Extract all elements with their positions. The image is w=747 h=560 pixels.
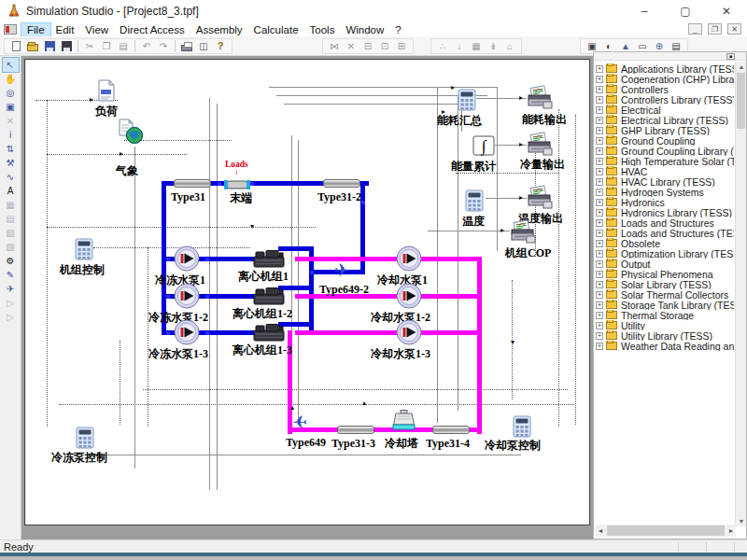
home-icon[interactable]: ⌂ [502, 39, 517, 53]
component-cw-pump-1[interactable] [396, 245, 422, 275]
layout-tool-2[interactable]: ▤ [3, 212, 19, 226]
copy-icon[interactable]: ❐ [99, 39, 114, 53]
expand-icon[interactable]: + [596, 106, 603, 114]
play-tool-2[interactable]: ▷ [3, 310, 19, 324]
component-type649-2[interactable]: ✈ [334, 261, 349, 279]
tree-item-electrical-library-tess-[interactable]: +Electrical Library (TESS) [596, 115, 734, 125]
redo-icon[interactable]: ↷ [156, 39, 171, 53]
tree-item-controllers[interactable]: +Controllers [596, 84, 734, 94]
draw-tool[interactable]: ✎ [3, 268, 19, 282]
component-unit-cop[interactable] [510, 219, 536, 247]
expand-icon[interactable]: + [596, 301, 603, 309]
tile-vertical-icon[interactable]: ⊡ [377, 39, 392, 53]
component-type31-2[interactable] [323, 179, 360, 188]
panel-header[interactable]: ■ [594, 52, 746, 61]
mdi-restore-button[interactable]: ❐ [708, 23, 722, 35]
maximize-button[interactable]: ▢ [665, 0, 706, 22]
component-cooling-output[interactable] [527, 132, 553, 160]
component-temperature-output[interactable] [527, 185, 553, 213]
expand-icon[interactable]: + [596, 332, 603, 340]
expand-icon[interactable]: + [596, 230, 603, 237]
close-button[interactable]: ✕ [706, 0, 747, 22]
scroll-thumb-horizontal[interactable] [607, 525, 725, 536]
expand-icon[interactable]: + [596, 65, 603, 73]
scroll-right-icon[interactable]: ▸ [726, 526, 736, 535]
component-unit-control[interactable] [75, 238, 93, 264]
tree-item-electrical[interactable]: +Electrical [596, 105, 734, 115]
info-tool[interactable]: i [3, 128, 19, 142]
component-energy-accumulator[interactable]: ∫ [472, 135, 495, 160]
expand-icon[interactable]: + [596, 76, 603, 83]
expand-icon[interactable]: + [596, 281, 603, 288]
expand-icon[interactable]: + [596, 158, 603, 165]
menu-item-help[interactable]: ? [389, 23, 406, 36]
print-icon[interactable] [179, 39, 194, 53]
tree-item-obsolete[interactable]: +Obsolete [596, 238, 734, 248]
menu-item-file[interactable]: File [21, 23, 50, 36]
layout-tool-3[interactable]: ▧ [3, 226, 19, 240]
tree-item-physical-phenomena[interactable]: +Physical Phenomena [596, 269, 734, 279]
tree-item-cogeneration-chp-library-tess-[interactable]: +Cogeneration (CHP) Library (TESS) [596, 74, 734, 84]
expand-icon[interactable]: + [596, 271, 603, 278]
zoom-extents-tool[interactable]: ▣ [3, 100, 19, 114]
arrange-icon[interactable]: ⊞ [394, 39, 409, 53]
paste-icon[interactable]: ▤ [116, 39, 131, 53]
menu-item-view[interactable]: View [79, 23, 114, 36]
component-chw-pump-1[interactable] [174, 245, 200, 275]
help-icon[interactable]: ? [213, 39, 228, 53]
move-down-icon[interactable]: ↓ [452, 39, 467, 53]
print-preview-icon[interactable]: ◫ [196, 39, 211, 53]
tree-item-weather-data-reading-and-process[interactable]: +Weather Data Reading and Process [596, 341, 734, 351]
menu-item-edit[interactable]: Edit [50, 23, 80, 36]
component-loads-file[interactable] [97, 79, 116, 105]
menu-item-direct-access[interactable]: Direct Access [114, 23, 190, 36]
expand-icon[interactable]: + [596, 96, 603, 104]
save-all-icon[interactable] [59, 39, 74, 53]
expand-icon[interactable]: + [596, 209, 603, 217]
parameter-tool[interactable]: ⚒ [3, 156, 19, 170]
tree-item-optimization-library-tess-[interactable]: +Optimization Library (TESS) [596, 248, 734, 259]
scroll-thumb[interactable] [737, 73, 745, 129]
tree-item-ghp-library-tess-[interactable]: +GHP Library (TESS) [596, 125, 734, 135]
tree-item-ground-coupling-library-tess-[interactable]: +Ground Coupling Library (TESS) [596, 146, 734, 156]
expand-icon[interactable]: + [596, 199, 603, 206]
component-cooling-tower[interactable] [389, 410, 417, 434]
expand-icon[interactable]: + [596, 127, 603, 134]
mdi-minimize-button[interactable]: _ [688, 23, 702, 35]
tree-item-high-temperature-solar-tess-[interactable]: +High Temperature Solar (TESS) [596, 156, 734, 166]
save-icon[interactable] [42, 39, 57, 53]
tree-item-storage-tank-library-tess-[interactable]: +Storage Tank Library (TESS) [596, 300, 734, 310]
tree-item-solar-thermal-collectors[interactable]: +Solar Thermal Collectors [596, 289, 734, 300]
tree-item-hvac[interactable]: +HVAC [596, 166, 734, 176]
select-tool[interactable]: ↖ [3, 58, 19, 72]
zoom-tool[interactable]: ◎ [3, 86, 19, 100]
tree-item-controllers-library-tess-[interactable]: +Controllers Library (TESS) [596, 94, 734, 105]
component-cw-pump-3[interactable] [396, 319, 422, 349]
component-chw-pump-2[interactable] [174, 283, 200, 313]
new-icon[interactable] [8, 39, 23, 53]
grid-icon[interactable]: ▦ [469, 39, 484, 53]
connect-tool[interactable]: ⇅ [3, 142, 19, 156]
menu-item-assembly[interactable]: Assembly [190, 23, 248, 36]
align-icon[interactable]: ∴ [435, 39, 450, 53]
cut-icon[interactable]: ✂ [82, 39, 97, 53]
component-type649[interactable]: ✈ [292, 413, 307, 431]
menu-item-calculate[interactable]: Calculate [248, 23, 304, 36]
expand-icon[interactable]: + [596, 137, 603, 145]
run-tool[interactable]: ✈ [3, 282, 19, 296]
scroll-down-icon[interactable]: ▼ [736, 516, 747, 526]
component-type31-4[interactable] [432, 426, 470, 434]
mdi-close-button[interactable]: ✕ [727, 23, 741, 35]
document-icon[interactable] [4, 24, 17, 35]
text-tool[interactable]: A [3, 184, 19, 198]
settings-tool[interactable]: ⚙ [3, 254, 19, 268]
tree-vertical-scrollbar[interactable]: ▲ ▼ [735, 62, 746, 526]
tree-item-solar-library-tess-[interactable]: +Solar Library (TESS) [596, 279, 734, 289]
delete-tool[interactable]: ✕ [3, 114, 19, 128]
component-chw-pump-control[interactable] [76, 427, 94, 453]
expand-icon[interactable]: + [596, 219, 603, 227]
link-tool[interactable]: ∿ [3, 170, 19, 184]
tree-item-output[interactable]: +Output [596, 259, 734, 269]
expand-icon[interactable]: + [596, 168, 603, 175]
tree-item-thermal-storage[interactable]: +Thermal Storage [596, 310, 734, 320]
